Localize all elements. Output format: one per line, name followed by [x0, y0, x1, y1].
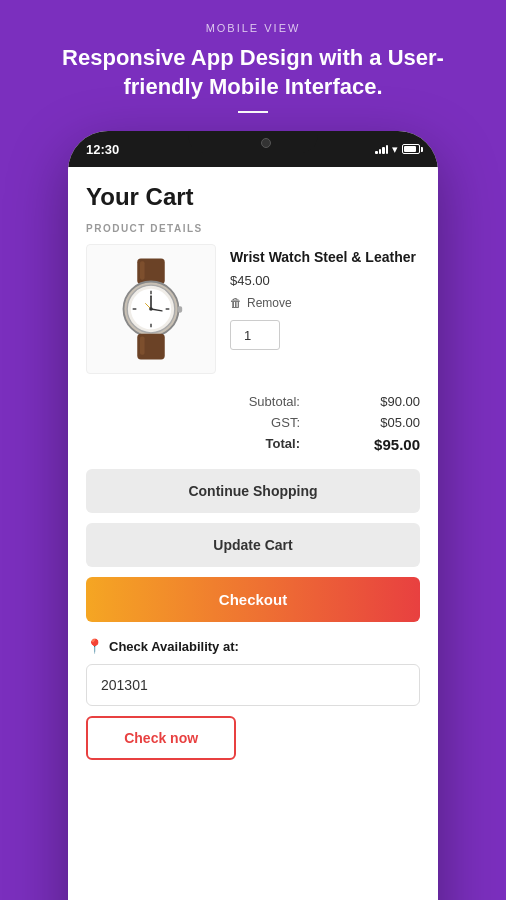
quantity-input[interactable] — [230, 320, 280, 350]
remove-label: Remove — [247, 296, 292, 310]
update-cart-button[interactable]: Update Cart — [86, 523, 420, 567]
notch-camera — [261, 138, 271, 148]
checkout-button[interactable]: Checkout — [86, 577, 420, 622]
mobile-view-label: MOBILE VIEW — [40, 22, 466, 34]
check-now-button[interactable]: Check now — [86, 716, 236, 760]
total-value: $95.00 — [360, 436, 420, 453]
order-summary: Subtotal: $90.00 GST: $05.00 Total: $95.… — [86, 394, 420, 453]
subtotal-row: Subtotal: $90.00 — [86, 394, 420, 409]
total-row: Total: $95.00 — [86, 436, 420, 453]
status-icons: ▾ — [375, 143, 420, 156]
phone-time: 12:30 — [86, 142, 119, 157]
dot-1 — [239, 147, 243, 151]
gst-value: $05.00 — [360, 415, 420, 430]
phone-notch-dots — [239, 147, 256, 151]
subtotal-label: Subtotal: — [230, 394, 300, 409]
wifi-icon: ▾ — [392, 143, 398, 156]
header-title: Responsive App Design with a User-friend… — [40, 44, 466, 101]
pincode-input[interactable] — [86, 664, 420, 706]
product-image-box — [86, 244, 216, 374]
gst-label: GST: — [230, 415, 300, 430]
phone-content: Your Cart PRODUCT DETAILS — [68, 167, 438, 900]
header-area: MOBILE VIEW Responsive App Design with a… — [0, 0, 506, 131]
phone-frame: 12:30 ▾ Your Cart PRODUCT DETAILS — [68, 131, 438, 900]
product-details-label: PRODUCT DETAILS — [86, 223, 420, 234]
location-icon: 📍 — [86, 638, 103, 654]
product-info: Wrist Watch Steel & Leather $45.00 🗑 Rem… — [230, 244, 420, 350]
availability-label: 📍 Check Availability at: — [86, 638, 420, 654]
svg-rect-15 — [140, 337, 145, 355]
check-availability-section: 📍 Check Availability at: Check now — [86, 638, 420, 760]
remove-button[interactable]: 🗑 Remove — [230, 296, 292, 310]
product-row: Wrist Watch Steel & Leather $45.00 🗑 Rem… — [86, 244, 420, 374]
total-label: Total: — [230, 436, 300, 453]
svg-point-12 — [149, 307, 153, 311]
header-divider — [238, 111, 268, 113]
product-watch-image — [101, 254, 201, 364]
battery-icon — [402, 144, 420, 154]
availability-label-text: Check Availability at: — [109, 639, 239, 654]
cart-title: Your Cart — [86, 183, 420, 211]
gst-row: GST: $05.00 — [86, 415, 420, 430]
product-price: $45.00 — [230, 273, 420, 288]
dot-2 — [245, 147, 249, 151]
phone-status-bar: 12:30 ▾ — [68, 131, 438, 167]
signal-bars-icon — [375, 144, 388, 154]
product-name: Wrist Watch Steel & Leather — [230, 248, 420, 267]
subtotal-value: $90.00 — [360, 394, 420, 409]
continue-shopping-button[interactable]: Continue Shopping — [86, 469, 420, 513]
dot-3 — [252, 147, 256, 151]
svg-rect-13 — [178, 306, 183, 312]
svg-rect-1 — [140, 262, 145, 280]
trash-icon: 🗑 — [230, 296, 242, 310]
